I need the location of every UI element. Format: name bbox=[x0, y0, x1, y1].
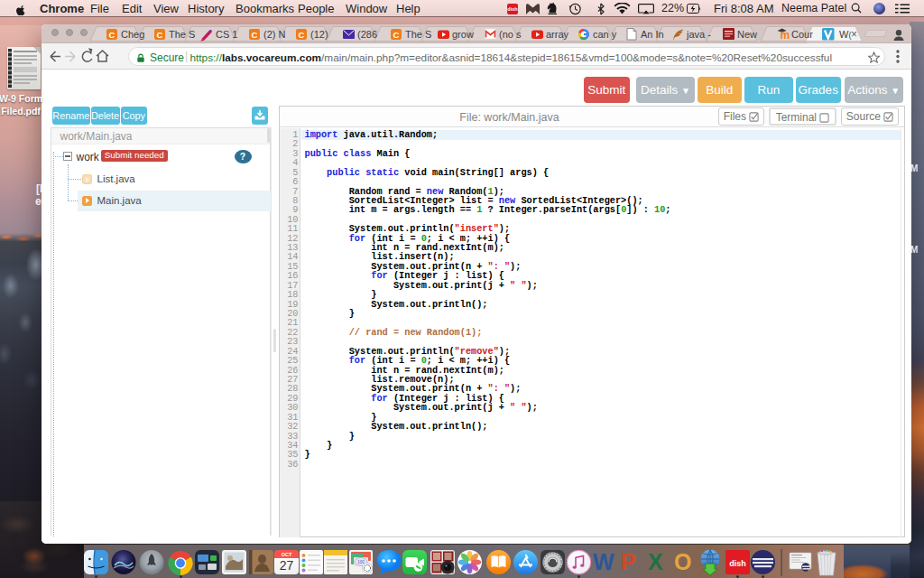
svg-text:CS 1: CS 1 bbox=[216, 29, 237, 40]
svg-text:P: P bbox=[621, 549, 636, 574]
svg-text:grow: grow bbox=[452, 29, 474, 40]
svg-text:OCT: OCT bbox=[282, 552, 292, 557]
svg-text:New: New bbox=[737, 29, 757, 40]
svg-text:The S: The S bbox=[169, 29, 195, 40]
svg-text:The S: The S bbox=[405, 29, 431, 40]
svg-text:W(: W( bbox=[839, 29, 851, 40]
svg-text:27: 27 bbox=[280, 558, 294, 573]
svg-text:array: array bbox=[546, 29, 569, 40]
svg-text:can y: can y bbox=[593, 29, 617, 40]
svg-text:An In: An In bbox=[641, 29, 664, 40]
svg-text:(no s: (no s bbox=[499, 29, 522, 40]
svg-text:(2) N: (2) N bbox=[263, 29, 286, 40]
svg-text:java -: java - bbox=[686, 29, 711, 40]
svg-text:Cheg: Cheg bbox=[121, 29, 144, 40]
svg-text:W: W bbox=[593, 549, 614, 574]
svg-text:100: 100 bbox=[357, 560, 365, 564]
svg-text:Cour: Cour bbox=[791, 29, 813, 40]
svg-text:×: × bbox=[851, 28, 857, 41]
svg-text:O: O bbox=[674, 549, 691, 574]
svg-text:dish: dish bbox=[729, 559, 746, 568]
svg-text:X: X bbox=[648, 549, 663, 574]
svg-text:(286: (286 bbox=[357, 29, 377, 40]
svg-text:(12): (12) bbox=[310, 29, 328, 40]
